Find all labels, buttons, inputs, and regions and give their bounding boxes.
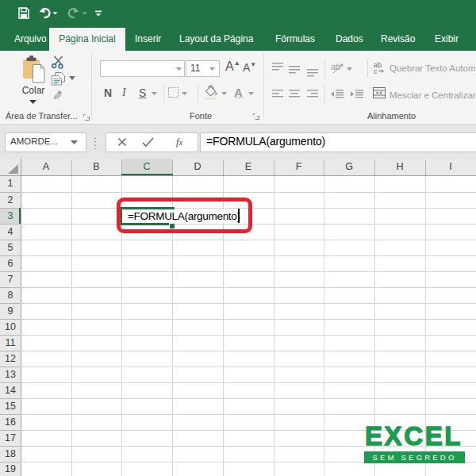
svg-text:c: c bbox=[374, 67, 378, 75]
svg-text:ab: ab bbox=[331, 62, 340, 71]
